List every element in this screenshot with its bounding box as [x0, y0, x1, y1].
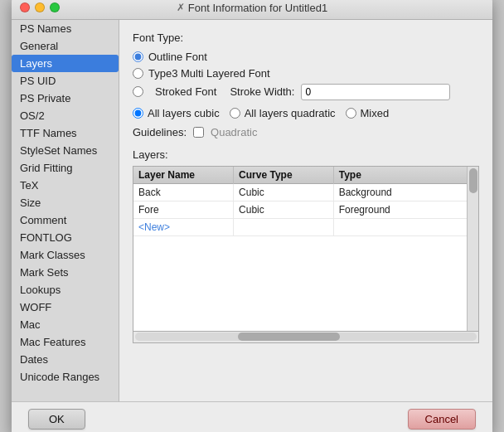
sidebar-item-mark-sets[interactable]: Mark Sets [12, 264, 119, 281]
stroked-font-row: Stroked Font Stroke Width: [133, 84, 479, 100]
sidebar-item-size[interactable]: Size [12, 194, 119, 211]
sidebar-item-tex[interactable]: TeX [12, 177, 119, 194]
col-header-type: Type [333, 167, 467, 184]
stroke-width-label: Stroke Width: [230, 85, 294, 98]
scrollbar-vertical[interactable] [467, 167, 478, 331]
row-fore-curve: Cubic [234, 201, 334, 218]
row-new-name[interactable]: <New> [133, 218, 234, 235]
sidebar-item-grid-fitting[interactable]: Grid Fitting [12, 159, 119, 177]
window-controls [20, 2, 60, 12]
table-row[interactable]: <New> [133, 218, 467, 235]
sidebar-item-mac[interactable]: Mac [12, 316, 119, 333]
row-back-name: Back [133, 183, 234, 201]
sidebar-item-ttf-names[interactable]: TTF Names [12, 124, 119, 142]
title-text: Font Information for Untitled1 [188, 2, 327, 14]
table-row[interactable]: Back Cubic Background [133, 183, 467, 201]
guidelines-row: Guidelines: Quadratic [133, 126, 479, 138]
sidebar-item-mac-features[interactable]: Mac Features [12, 333, 119, 351]
sidebar-item-comment[interactable]: Comment [12, 211, 119, 229]
sidebar: PS Names General Layers PS UID PS Privat… [12, 20, 119, 401]
ok-button[interactable]: OK [28, 409, 85, 430]
quadratic-guidelines-label: Quadratic [211, 126, 257, 138]
type3-font-radio[interactable] [133, 68, 143, 79]
quadratic-layer-option[interactable]: All layers quadratic [230, 107, 336, 119]
row-back-curve: Cubic [234, 183, 334, 201]
window: ✗ Font Information for Untitled1 PS Name… [12, 0, 492, 432]
titlebar: ✗ Font Information for Untitled1 [12, 0, 492, 20]
footer: OK Cancel [12, 401, 492, 433]
main-panel: Font Type: Outline Font Type3 Multi Laye… [119, 20, 492, 401]
font-type-label: Font Type: [133, 32, 479, 44]
scrollbar-thumb-horizontal [238, 332, 341, 341]
layers-section-label: Layers: [133, 148, 479, 161]
stroked-font-label[interactable]: Stroked Font [155, 85, 216, 98]
col-header-name: Layer Name [133, 167, 234, 184]
layers-table: Layer Name Curve Type Type Back Cubic Ba… [133, 167, 467, 236]
row-fore-name: Fore [133, 201, 234, 218]
mixed-radio[interactable] [346, 108, 356, 119]
minimize-button[interactable] [35, 2, 45, 12]
sidebar-item-unicode-ranges[interactable]: Unicode Ranges [12, 368, 119, 386]
window-title: ✗ Font Information for Untitled1 [177, 2, 327, 14]
sidebar-item-ps-names[interactable]: PS Names [12, 20, 119, 37]
scrollbar-horizontal-track[interactable] [135, 332, 477, 341]
outline-font-row: Outline Font [133, 51, 479, 63]
sidebar-item-woff[interactable]: WOFF [12, 299, 119, 316]
font-type-radio-group: Outline Font Type3 Multi Layered Font St… [133, 51, 479, 100]
maximize-button[interactable] [50, 2, 60, 12]
row-fore-type: Foreground [333, 201, 467, 218]
sidebar-item-styleset-names[interactable]: StyleSet Names [12, 142, 119, 159]
cubic-layer-option[interactable]: All layers cubic [133, 107, 220, 119]
sidebar-item-ps-private[interactable]: PS Private [12, 90, 119, 107]
type3-font-row: Type3 Multi Layered Font [133, 67, 479, 80]
sidebar-item-os2[interactable]: OS/2 [12, 107, 119, 124]
stroke-width-input[interactable] [301, 84, 450, 100]
sidebar-item-mark-classes[interactable]: Mark Classes [12, 246, 119, 264]
sidebar-item-fontlog[interactable]: FONTLOG [12, 229, 119, 246]
row-new-type [333, 218, 467, 235]
cancel-button[interactable]: Cancel [408, 409, 476, 430]
layer-options-row: All layers cubic All layers quadratic Mi… [133, 107, 479, 119]
col-header-curve: Curve Type [234, 167, 334, 184]
outline-font-label[interactable]: Outline Font [148, 51, 207, 63]
close-button[interactable] [20, 2, 30, 12]
sidebar-item-lookups[interactable]: Lookups [12, 281, 119, 299]
quadratic-radio[interactable] [230, 108, 240, 119]
guidelines-label: Guidelines: [133, 126, 187, 138]
scrollbar-thumb-vertical [469, 168, 477, 193]
quadratic-label: All layers quadratic [245, 107, 336, 119]
title-icon: ✗ [177, 2, 185, 13]
mixed-layer-option[interactable]: Mixed [346, 107, 390, 119]
guidelines-checkbox[interactable] [193, 127, 204, 138]
table-header-row: Layer Name Curve Type Type [133, 167, 467, 184]
type3-font-label[interactable]: Type3 Multi Layered Font [148, 67, 270, 80]
cubic-radio[interactable] [133, 108, 143, 119]
mixed-label: Mixed [361, 107, 390, 119]
outline-font-radio[interactable] [133, 51, 143, 62]
stroked-font-radio[interactable] [133, 86, 143, 97]
sidebar-item-general[interactable]: General [12, 37, 119, 55]
layers-table-container: Layer Name Curve Type Type Back Cubic Ba… [133, 166, 479, 332]
scrollbar-horizontal-container [133, 332, 479, 343]
row-new-curve [234, 218, 334, 235]
table-row[interactable]: Fore Cubic Foreground [133, 201, 467, 218]
cubic-label: All layers cubic [148, 107, 220, 119]
sidebar-item-layers[interactable]: Layers [12, 55, 119, 72]
row-back-type: Background [333, 183, 467, 201]
sidebar-item-dates[interactable]: Dates [12, 351, 119, 368]
content-area: PS Names General Layers PS UID PS Privat… [12, 20, 492, 401]
sidebar-item-ps-uid[interactable]: PS UID [12, 72, 119, 90]
